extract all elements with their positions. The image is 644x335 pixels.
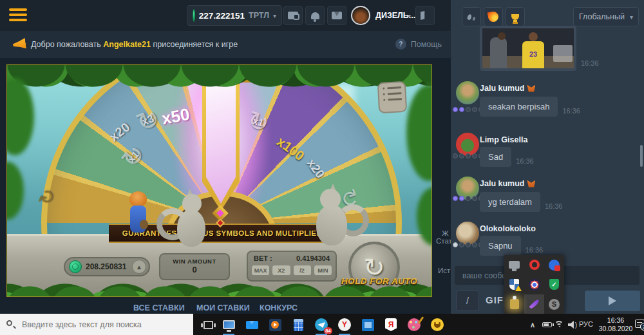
wifi-icon: [554, 321, 565, 329]
clipped-label: Ист: [438, 267, 450, 274]
task-view-button[interactable]: [201, 318, 215, 332]
taskbar-media-player[interactable]: [268, 318, 282, 332]
leaf-cluster: [406, 84, 432, 181]
clipped-label: Ж: [442, 229, 449, 237]
taskbar-paint[interactable]: [407, 318, 421, 332]
message-author[interactable]: Jalu kumud: [480, 179, 535, 188]
telegram-badge: 84: [324, 327, 332, 334]
media-player-icon: [529, 279, 540, 291]
chat-message: Jalu kumud seakan berpisah 16:36: [451, 81, 644, 128]
notifications-button[interactable]: [305, 6, 325, 25]
message-bubble: yg terdalam: [480, 192, 540, 212]
rank-dots: [453, 242, 484, 247]
avatar[interactable]: [456, 222, 479, 245]
taskbar-emoji-app[interactable]: [430, 318, 444, 332]
leaf-cluster: [6, 162, 24, 220]
tray-feather-item[interactable]: [524, 294, 544, 314]
chat-scrollbar[interactable]: [640, 145, 643, 167]
game-frame: ↻ ↻ x1 x20 ↻ x3 x50 ↻ x1 x100 x20 ↻ GUAR…: [6, 64, 432, 297]
mail-icon: [246, 321, 258, 329]
tab-my-bets[interactable]: МОИ СТАВКИ: [196, 303, 250, 312]
messages-button[interactable]: [327, 6, 346, 25]
tray-app-item[interactable]: [544, 255, 564, 274]
bonus-banner-text: GUARANTEES 5 BONUS SYMBOLS AND MULTIPLIE…: [122, 229, 322, 237]
taskbar-telegram[interactable]: 84: [314, 318, 328, 332]
clock-time: 16:36: [596, 316, 636, 325]
send-icon: [609, 296, 616, 305]
tray-wifi[interactable]: [553, 318, 567, 332]
deposit-arrow-button[interactable]: ▲: [132, 260, 146, 274]
taskbar-yandex-browser[interactable]: Y: [337, 318, 352, 332]
action-center-button[interactable]: 2: [635, 320, 644, 328]
tray-opera-item[interactable]: [524, 255, 544, 274]
tray-display-item[interactable]: [504, 255, 524, 274]
paytable-icon[interactable]: [377, 81, 407, 113]
gif-backboard: [553, 45, 573, 62]
tray-overflow-popup: ✓ S: [504, 255, 564, 314]
user-avatar[interactable]: [351, 6, 370, 25]
bonus-fire-button[interactable]: [484, 7, 503, 26]
taskbar-yandex[interactable]: Я: [384, 318, 398, 332]
language-indicator[interactable]: РУС: [579, 320, 593, 328]
message-author[interactable]: Jalu kumud: [480, 84, 535, 93]
bet-value: 0.4194304: [296, 254, 330, 262]
rain-button[interactable]: [462, 7, 481, 26]
rank-dots: [453, 196, 484, 201]
opera-icon: [529, 260, 540, 270]
wallet-button[interactable]: [283, 6, 303, 25]
balance-dropdown[interactable]: 227.222151 ТРТЛ ▾: [187, 5, 282, 26]
green-shield-check-icon: ✓: [549, 279, 559, 290]
search-icon: [6, 320, 12, 326]
taskbar-search-input[interactable]: [0, 314, 193, 335]
skype-icon: S: [549, 299, 560, 310]
defender-warning-icon: [509, 279, 519, 290]
gif-bubble[interactable]: 23: [480, 26, 576, 71]
envelope-icon: [332, 12, 342, 19]
rain-icon: [467, 14, 472, 20]
taskbar-computer[interactable]: [222, 318, 236, 332]
taskbar-mail[interactable]: [245, 318, 259, 332]
message-author[interactable]: Olokolokoloko: [480, 224, 536, 233]
taskbar-clock[interactable]: 16:36 30.08.2020: [596, 316, 636, 333]
contest-trophy-button[interactable]: [506, 7, 525, 26]
tray-defender-item[interactable]: [504, 274, 524, 294]
tray-antivirus-item[interactable]: ✓: [544, 274, 564, 294]
tray-person-item[interactable]: [504, 294, 524, 314]
squirrel-statue-right: [308, 184, 369, 252]
gif-button[interactable]: GIF: [486, 294, 504, 305]
taskbar-calculator[interactable]: [291, 318, 305, 332]
currency-code: ТРТЛ: [249, 11, 269, 20]
hold-for-auto-label[interactable]: HOLD FOR AUTO: [328, 276, 431, 286]
message-author[interactable]: Limp Gisella: [480, 135, 527, 144]
slash-command-button[interactable]: /: [456, 291, 479, 311]
message-bubble: Sapnu: [480, 236, 521, 256]
tray-chevron[interactable]: ∧: [526, 318, 540, 332]
chat-channel-dropdown[interactable]: Глобальный ▾: [573, 7, 639, 26]
chevron-down-icon[interactable]: ▾: [408, 12, 411, 19]
tray-volume[interactable]: ): [565, 318, 580, 332]
tab-all-bets[interactable]: ВСЕ СТАВКИ: [133, 303, 185, 312]
tray-media-item[interactable]: [524, 274, 544, 294]
hamburger-menu-icon[interactable]: [9, 8, 27, 23]
avatar[interactable]: [456, 81, 479, 104]
character-head: [129, 191, 147, 207]
balance-value: 227.222151: [199, 11, 245, 21]
person-glow-icon: [510, 299, 519, 309]
message-bubble: seakan berpisah: [480, 97, 558, 117]
clipped-label: Стат: [436, 237, 452, 245]
squirrel-statue-left: [156, 189, 214, 253]
help-link[interactable]: ? Помощь: [395, 39, 442, 50]
flags-button[interactable]: [415, 6, 435, 25]
character-pouch: [140, 220, 148, 229]
display-icon: [509, 261, 520, 269]
avatar[interactable]: [456, 133, 479, 156]
tray-battery[interactable]: [540, 318, 554, 332]
message-time: 16:36: [526, 246, 544, 256]
tab-contest[interactable]: КОНКУРС: [260, 303, 298, 312]
taskbar-photos[interactable]: [361, 318, 375, 332]
computer-icon: [223, 320, 235, 329]
send-button[interactable]: [585, 291, 640, 311]
tray-skype-item[interactable]: S: [544, 294, 564, 314]
announcement-username[interactable]: Angelkate21: [103, 40, 151, 49]
chat-channel-label: Глобальный: [579, 12, 625, 21]
